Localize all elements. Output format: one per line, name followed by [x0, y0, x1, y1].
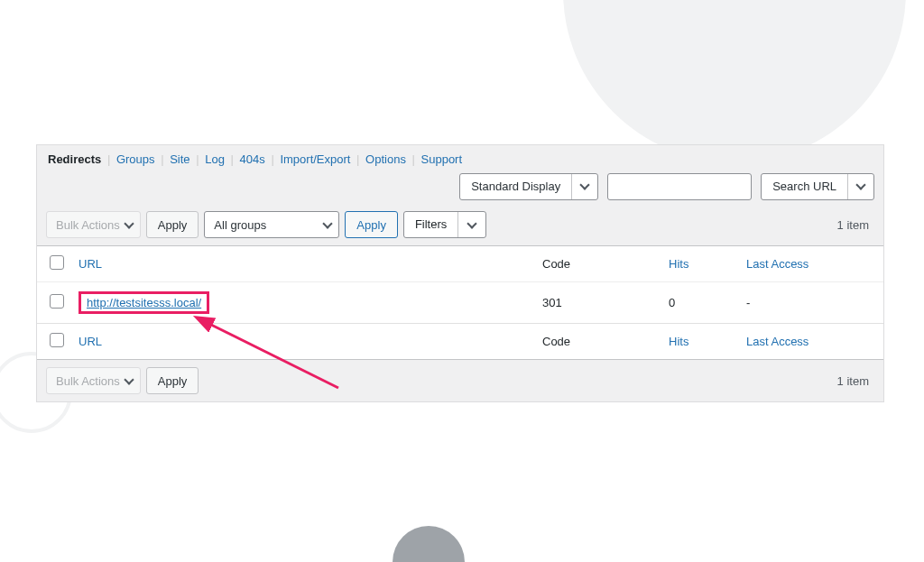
tab-site[interactable]: Site	[170, 152, 189, 166]
search-url-button[interactable]: Search URL	[761, 173, 874, 200]
chevron-down-icon	[458, 212, 485, 237]
tab-groups[interactable]: Groups	[116, 152, 155, 166]
search-input[interactable]	[607, 173, 752, 200]
chevron-down-icon	[848, 174, 873, 199]
apply-groups-button[interactable]: Apply	[345, 211, 398, 238]
decorative-circle-top	[563, 0, 906, 162]
apply-bulk-button-bottom[interactable]: Apply	[146, 367, 199, 394]
nav-tabs: Redirects | Groups | Site | Log | 404s |…	[37, 145, 883, 171]
col-url[interactable]: URL	[71, 246, 535, 282]
decorative-circle-bottom	[393, 526, 465, 562]
table-row: http://testsitesss.local/ 301 0 -	[37, 282, 883, 324]
annotation-highlight: http://testsitesss.local/	[79, 291, 209, 314]
item-count: 1 item	[837, 218, 874, 232]
redirect-url-link[interactable]: http://testsitesss.local/	[87, 296, 201, 309]
groups-select[interactable]: All groups	[204, 211, 339, 238]
apply-bulk-button[interactable]: Apply	[146, 211, 199, 238]
col-last-access[interactable]: Last Access	[739, 246, 883, 282]
redirects-panel: Redirects | Groups | Site | Log | 404s |…	[36, 144, 884, 402]
tab-404s[interactable]: 404s	[240, 152, 265, 166]
tab-log[interactable]: Log	[205, 152, 225, 166]
col-url-bottom[interactable]: URL	[71, 324, 535, 360]
tab-support[interactable]: Support	[421, 152, 463, 166]
select-all-checkbox-bottom[interactable]	[50, 333, 64, 347]
col-hits-bottom[interactable]: Hits	[661, 324, 739, 360]
toolbar-row: Bulk Actions Apply All groups Apply Filt…	[37, 207, 883, 245]
tab-options[interactable]: Options	[365, 152, 406, 166]
row-code: 301	[535, 282, 661, 324]
bottom-toolbar: Bulk Actions Apply 1 item	[37, 360, 883, 401]
row-last-access: -	[739, 282, 883, 324]
chevron-down-icon	[125, 374, 133, 388]
col-code: Code	[535, 246, 661, 282]
col-hits[interactable]: Hits	[661, 246, 739, 282]
display-mode-select[interactable]: Standard Display	[459, 173, 598, 200]
filters-label: Filters	[404, 212, 458, 237]
row-hits: 0	[661, 282, 739, 324]
top-controls-row: Standard Display Search URL	[37, 171, 883, 207]
tab-import-export[interactable]: Import/Export	[280, 152, 350, 166]
col-last-access-bottom[interactable]: Last Access	[739, 324, 883, 360]
bulk-actions-label-bottom: Bulk Actions	[56, 374, 120, 388]
filters-select[interactable]: Filters	[403, 211, 486, 238]
display-mode-label: Standard Display	[460, 174, 572, 199]
col-code-bottom: Code	[535, 324, 661, 360]
groups-select-label: All groups	[214, 218, 266, 232]
chevron-down-icon	[572, 174, 597, 199]
select-all-checkbox[interactable]	[50, 255, 64, 270]
chevron-down-icon	[125, 218, 133, 232]
row-checkbox[interactable]	[50, 294, 64, 309]
redirects-table: URL Code Hits Last Access http://testsit…	[37, 245, 883, 360]
bulk-actions-select-bottom[interactable]: Bulk Actions	[46, 367, 141, 394]
bulk-actions-label: Bulk Actions	[56, 218, 120, 232]
chevron-down-icon	[324, 218, 331, 232]
bulk-actions-select[interactable]: Bulk Actions	[46, 211, 141, 238]
item-count-bottom: 1 item	[837, 374, 874, 388]
search-url-label: Search URL	[762, 174, 848, 199]
tab-redirects[interactable]: Redirects	[48, 152, 101, 166]
